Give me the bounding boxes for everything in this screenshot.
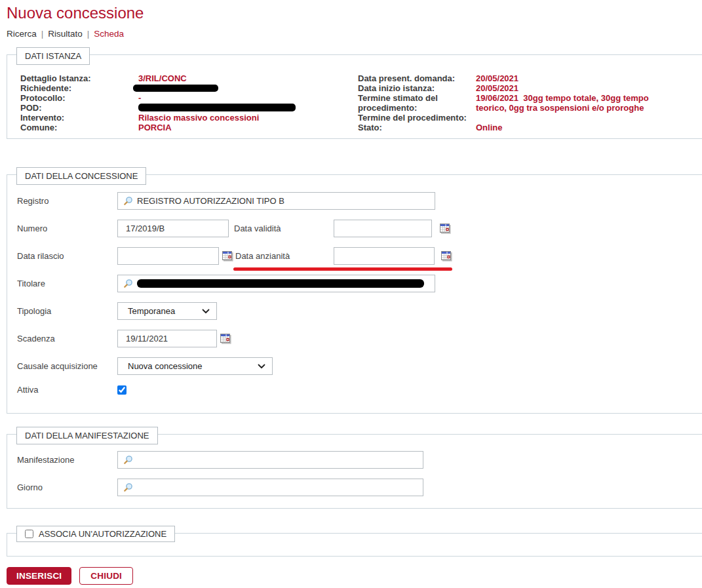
magnifier-icon[interactable] [123,279,133,288]
data-inizio-istanza-value: 20/05/2021 [476,83,693,93]
field-label-stato: Stato: [358,123,476,132]
breadcrumb-risultato[interactable]: Risultato [48,29,83,39]
field-label-pod: POD: [20,103,138,113]
intervento-value: Rilascio massivo concessioni [138,113,358,123]
registro-lookup-field[interactable]: REGISTRO AUTORIZZAZIONI TIPO B [117,192,435,210]
titolare-lookup-field[interactable] [117,275,435,292]
data-present-domanda-value: 20/05/2021 [476,73,693,83]
numero-label: Numero [17,224,117,233]
field-label-intervento: Intervento: [20,113,138,123]
giorno-lookup-field[interactable] [117,479,423,496]
field-label-protocollo: Protocollo: [20,93,138,103]
data-anzianita-input[interactable] [334,247,435,265]
tipologia-label: Tipologia [17,306,117,316]
field-label-comune: Comune: [20,123,138,132]
comune-value: PORCIA [138,123,358,132]
giorno-label: Giorno [17,482,117,492]
chevron-down-icon [258,364,265,369]
panel-dati-istanza-title: DATI ISTANZA [25,51,81,61]
redacted-pod-value [138,104,296,111]
panel-dati-manifestazione-title: DATI DELLA MANIFESTAZIONE [25,431,149,441]
manifestazione-label: Manifestazione [17,455,117,465]
data-validita-label: Data validità [234,224,334,233]
data-rilascio-label: Data rilascio [17,251,117,261]
breadcrumb-separator: | [41,29,44,39]
magnifier-icon[interactable] [123,455,133,465]
field-label-richiedente: Richiedente: [20,83,138,93]
scadenza-label: Scadenza [17,334,117,343]
row-manifestazione: Manifestazione [17,451,702,469]
row-giorno: Giorno [17,479,702,496]
panel-associa-title: ASSOCIA UN'AUTORIZZAZIONE [39,529,166,539]
breadcrumb-ricerca[interactable]: Ricerca [7,29,37,39]
manifestazione-lookup-field[interactable] [117,451,423,469]
registro-label: Registro [17,196,117,206]
breadcrumb-scheda: Scheda [94,29,124,39]
panel-associa-autorizzazione: ASSOCIA UN'AUTORIZZAZIONE [7,533,702,557]
calendar-icon [220,336,231,346]
field-label-data-present-domanda: Data present. domanda: [358,73,476,83]
calendar-icon [440,226,451,236]
causale-acquisizione-label: Causale acquisizione [17,361,117,371]
breadcrumb-separator: | [87,29,90,39]
protocollo-value: - [138,93,358,103]
stato-value: Online [476,123,693,132]
magnifier-icon[interactable] [123,196,133,206]
associa-autorizzazione-checkbox[interactable] [25,530,33,538]
field-label-data-inizio-istanza: Data inizio istanza: [358,83,476,93]
redacted-richiedente-value [133,85,218,92]
tipologia-select[interactable]: Temporanea [117,302,217,320]
breadcrumb: Ricerca|Risultato|Scheda [7,29,702,39]
field-label-termine-procedimento: Termine del procedimento: [358,113,476,123]
titolare-label: Titolare [17,279,117,288]
field-label-dettaglio-istanza: Dettaglio Istanza: [20,73,138,83]
scadenza-calendar-button[interactable] [220,334,231,344]
row-titolare: Titolare [17,275,702,292]
inserisci-button[interactable]: INSERISCI [7,567,71,585]
redacted-titolare-value [137,279,424,288]
page-title: Nuova concessione [7,4,702,22]
panel-dati-manifestazione: DATI DELLA MANIFESTAZIONE Manifestazione… [7,434,702,509]
panel-associa-legend: ASSOCIA UN'AUTORIZZAZIONE [16,526,175,542]
attiva-checkbox[interactable] [117,385,127,395]
attiva-label: Attiva [17,385,117,395]
magnifier-icon[interactable] [123,482,133,492]
panel-dati-istanza-legend: DATI ISTANZA [16,47,90,65]
row-attiva: Attiva [17,385,702,395]
row-registro: Registro REGISTRO AUTORIZZAZIONI TIPO B [17,192,702,210]
data-rilascio-calendar-button[interactable] [222,251,233,262]
registro-value: REGISTRO AUTORIZZAZIONI TIPO B [137,196,284,206]
termine-procedimento-value [476,113,693,123]
row-tipologia: Tipologia Temporanea [17,302,702,320]
chiudi-button[interactable]: CHIUDI [79,567,133,585]
causale-selected-value: Nuova concessione [128,361,202,371]
dettaglio-istanza-link[interactable]: 3/RIL/CONC [138,73,187,83]
tipologia-selected-value: Temporanea [128,306,175,316]
data-anzianita-label: Data anzianità [235,251,334,261]
causale-acquisizione-select[interactable]: Nuova concessione [117,357,273,375]
scadenza-input[interactable] [117,330,217,347]
panel-dati-istanza: DATI ISTANZA Dettaglio Istanza: 3/RIL/CO… [7,54,702,139]
panel-dati-concessione: DATI DELLA CONCESSIONE Registro REGISTRO… [7,174,702,414]
field-label-termine-stimato: Termine stimato del procedimento: [358,93,476,113]
data-validita-calendar-button[interactable] [440,224,451,234]
row-causale-acquisizione: Causale acquisizione Nuova concessione [17,357,702,375]
panel-dati-manifestazione-legend: DATI DELLA MANIFESTAZIONE [16,427,158,444]
calendar-icon [441,254,452,264]
row-numero: Numero Data validità [17,220,702,237]
panel-dati-concessione-title: DATI DELLA CONCESSIONE [25,171,138,181]
red-underline-annotation [233,267,452,271]
panel-dati-concessione-legend: DATI DELLA CONCESSIONE [16,167,146,185]
termine-stimato-value: 19/06/2021 30gg tempo totale, 30gg tempo… [476,93,666,113]
chevron-down-icon [202,309,210,314]
numero-input[interactable] [117,220,229,237]
row-data-rilascio: Data rilascio Data anzianità [17,247,702,265]
row-scadenza: Scadenza [17,330,702,347]
data-rilascio-input[interactable] [117,247,219,265]
calendar-icon [222,254,233,264]
data-anzianita-calendar-button[interactable] [441,251,452,262]
data-validita-input[interactable] [334,220,432,237]
action-bar: INSERISCI CHIUDI [7,567,702,585]
